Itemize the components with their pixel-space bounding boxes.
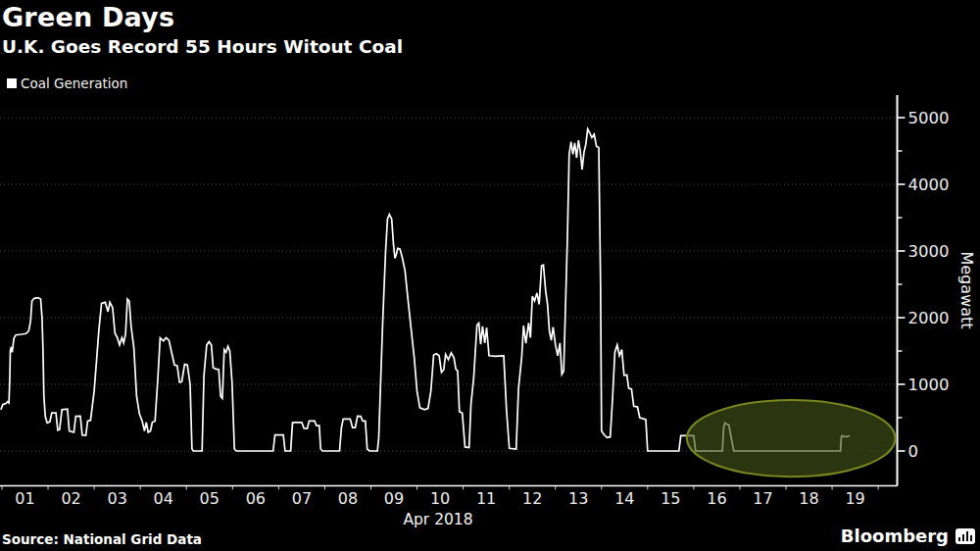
x-tick-label: 15 xyxy=(661,489,680,508)
x-tick-label: 10 xyxy=(430,489,450,508)
bloomberg-logo-text: Bloomberg xyxy=(841,526,949,546)
x-tick-label: 18 xyxy=(799,489,818,508)
x-tick-label: 02 xyxy=(61,489,80,508)
coal-generation-line-chart: 0100020003000400050000102030405060708091… xyxy=(0,0,980,551)
record-period-highlight-ellipse xyxy=(687,400,896,476)
x-axis-title: Apr 2018 xyxy=(403,511,472,528)
y-tick-label: 1000 xyxy=(908,376,950,394)
x-tick-label: 04 xyxy=(154,489,173,508)
x-tick-label: 14 xyxy=(614,489,634,508)
x-tick-label: 19 xyxy=(845,489,864,508)
x-tick-label: 03 xyxy=(107,489,126,508)
y-tick-label: 4000 xyxy=(908,175,950,194)
source-note: Source: National Grid Data xyxy=(2,531,202,547)
y-tick-label: 2000 xyxy=(908,309,950,327)
x-tick-label: 08 xyxy=(338,489,358,508)
x-tick-label: 01 xyxy=(15,489,34,508)
x-tick-label: 06 xyxy=(246,489,266,508)
x-tick-label: 07 xyxy=(292,489,312,508)
x-tick-label: 12 xyxy=(522,489,542,508)
bloomberg-chart-card: Green Days U.K. Goes Record 55 Hours Wit… xyxy=(0,0,980,551)
x-tick-label: 16 xyxy=(707,489,726,508)
x-tick-label: 17 xyxy=(753,489,772,508)
x-tick-label: 11 xyxy=(476,489,496,508)
y-tick-label: 3000 xyxy=(908,242,950,261)
x-tick-label: 05 xyxy=(200,489,220,508)
bloomberg-logo: Bloomberg xyxy=(841,526,975,546)
bloomberg-chart-bubble-icon xyxy=(956,528,975,544)
x-tick-label: 09 xyxy=(384,489,404,508)
y-axis-title: Megawatt xyxy=(957,251,976,328)
y-tick-label: 0 xyxy=(908,442,919,461)
coal-generation-series-line xyxy=(1,129,849,451)
y-tick-label: 5000 xyxy=(908,109,950,127)
x-tick-label: 13 xyxy=(568,489,588,508)
